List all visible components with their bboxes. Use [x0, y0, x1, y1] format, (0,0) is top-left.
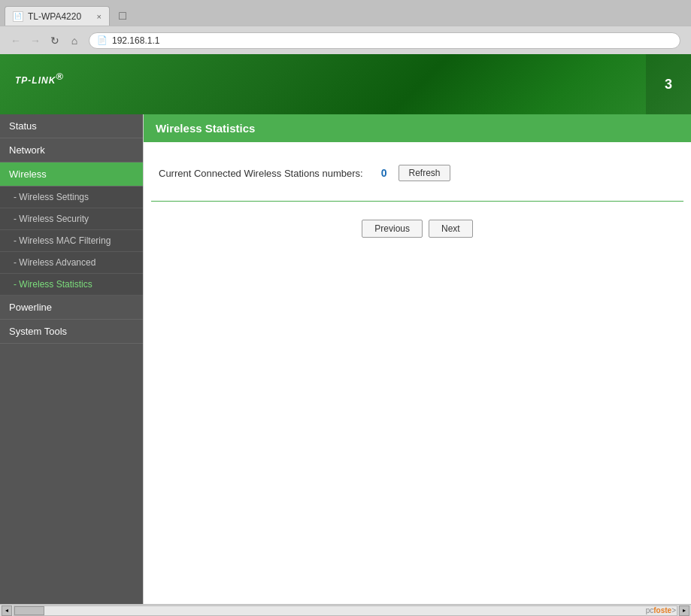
section-header: Wireless Statistics	[144, 114, 691, 142]
page-body: TP-LINK® 3 Status Network Wireless - Wir…	[0, 54, 691, 616]
content-inner: Wireless Statistics Current Connected Wi…	[144, 114, 691, 244]
stats-label: Current Connected Wireless Stations numb…	[159, 168, 363, 179]
browser-tab[interactable]: 📄 TL-WPA4220 ×	[5, 6, 110, 26]
divider	[151, 201, 683, 202]
scroll-left-button[interactable]: ◂	[2, 605, 12, 616]
tab-favicon: 📄	[13, 11, 23, 22]
address-box[interactable]: 📄 192.168.1.1	[89, 32, 680, 49]
sidebar: Status Network Wireless - Wireless Setti…	[0, 114, 143, 604]
tab-title: TL-WPA4220	[28, 11, 91, 22]
sidebar-item-wireless[interactable]: Wireless	[0, 162, 143, 187]
sidebar-item-network[interactable]: Network	[0, 138, 143, 162]
scroll-track[interactable]	[14, 605, 677, 616]
watermark: pcfoste>	[646, 606, 676, 614]
header-corner: 3	[646, 54, 691, 114]
tplink-header: TP-LINK® 3	[0, 54, 691, 114]
sidebar-item-system-tools[interactable]: System Tools	[0, 320, 143, 344]
section-title: Wireless Statistics	[156, 122, 255, 135]
bottom-scrollbar: ◂ ▸ pcfoste>	[0, 604, 691, 616]
new-tab-button[interactable]: □	[113, 6, 132, 26]
sidebar-item-wireless-advanced[interactable]: - Wireless Advanced	[0, 252, 143, 274]
sidebar-item-powerline[interactable]: Powerline	[0, 296, 143, 320]
tab-bar: 📄 TL-WPA4220 × □	[0, 0, 691, 26]
refresh-button[interactable]: Refresh	[399, 165, 450, 181]
refresh-button[interactable]: ↻	[45, 31, 65, 50]
previous-button[interactable]: Previous	[362, 220, 423, 238]
main-area: Status Network Wireless - Wireless Setti…	[0, 114, 691, 604]
browser-chrome: 📄 TL-WPA4220 × □ ← → ↻ ⌂ 📄 192.168.1.1	[0, 0, 691, 54]
scroll-thumb[interactable]	[14, 606, 44, 615]
sidebar-item-wireless-security[interactable]: - Wireless Security	[0, 208, 143, 230]
sidebar-item-status[interactable]: Status	[0, 114, 143, 138]
address-bar-row: ← → ↻ ⌂ 📄 192.168.1.1	[0, 26, 691, 54]
content-panel: Wireless Statistics Current Connected Wi…	[143, 114, 691, 604]
sidebar-item-wireless-settings[interactable]: - Wireless Settings	[0, 187, 143, 208]
sidebar-item-wireless-statistics[interactable]: - Wireless Statistics	[0, 274, 143, 296]
sidebar-item-wireless-mac-filtering[interactable]: - Wireless MAC Filtering	[0, 230, 143, 252]
next-button[interactable]: Next	[429, 220, 473, 238]
stats-count: 0	[381, 167, 387, 179]
tplink-logo: TP-LINK®	[15, 71, 64, 99]
scroll-right-button[interactable]: ▸	[679, 605, 689, 616]
home-button[interactable]: ⌂	[65, 31, 84, 50]
page-icon: 📄	[97, 35, 108, 45]
address-text: 192.168.1.1	[112, 35, 159, 46]
stats-row: Current Connected Wireless Stations numb…	[144, 157, 691, 189]
forward-button[interactable]: →	[26, 31, 45, 50]
logo-text: TP-LINK®	[15, 75, 64, 86]
back-button[interactable]: ←	[6, 31, 26, 50]
pagination-row: Previous Next	[144, 214, 691, 244]
tab-close-button[interactable]: ×	[97, 12, 102, 21]
